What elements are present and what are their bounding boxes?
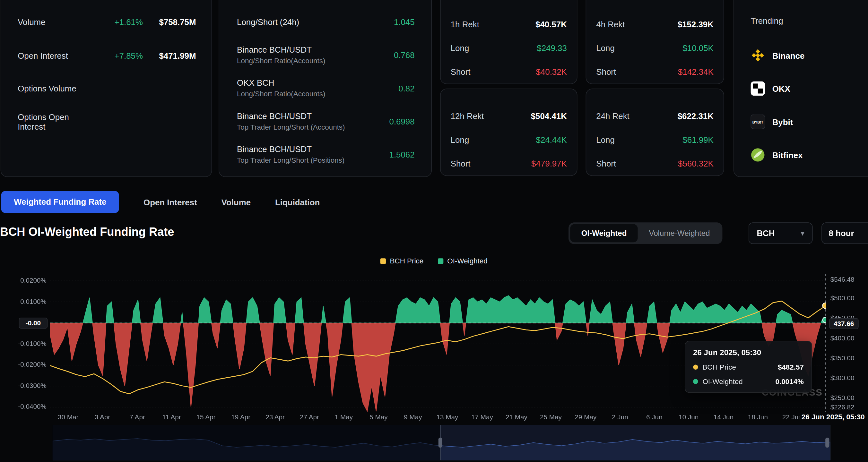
ratio-row: Binance BCH/USDT Top Trader Long/Short (… — [237, 110, 415, 132]
tooltip-value: $482.57 — [778, 363, 804, 371]
stat-value: $471.99M — [143, 51, 196, 60]
tab-weighted-funding-rate[interactable]: Weighted Funding Rate — [1, 191, 119, 213]
ratio-subtitle: Top Trader Long/Short (Positions) — [237, 156, 344, 165]
toggle-volume-weighted[interactable]: Volume-Weighted — [638, 224, 721, 242]
x-axis-tick: 21 May — [499, 413, 533, 421]
rekt-period: 12h Rekt — [451, 111, 531, 120]
x-axis-tick: 30 Mar — [51, 413, 85, 421]
trending-item-bybit[interactable]: BYB!T Bybit — [750, 114, 793, 129]
legend-label: OI-Weighted — [447, 257, 487, 265]
chart-tooltip: 26 Jun 2025, 05:30 BCH Price $482.57 OI-… — [685, 341, 812, 393]
rekt-short-label: Short — [596, 159, 678, 168]
rekt-short-label: Short — [451, 67, 536, 76]
trending-title: Trending — [750, 16, 783, 25]
coinglass-funding-page: Volume +1.61% $758.75M Open Interest +7.… — [0, 0, 868, 462]
x-axis-tick: 1 May — [327, 413, 361, 421]
rekt-card-24h: 24h Rekt$622.31K Long$61.99K Short$560.3… — [586, 89, 724, 176]
ratio-row: Binance BCH/USDT Top Trader Long/Short (… — [237, 143, 415, 166]
rekt-card-12h: 12h Rekt$504.41K Long$24.44K Short$479.9… — [440, 89, 578, 176]
tooltip-row: OI-Weighted 0.0014% — [693, 377, 804, 386]
symbol-select[interactable]: BCH ▾ — [749, 222, 813, 244]
right-axis-tick: $400.00 — [831, 334, 855, 342]
x-axis-tick: 17 May — [465, 413, 499, 421]
rekt-period: 24h Rekt — [596, 111, 677, 120]
tab-open-interest[interactable]: Open Interest — [144, 197, 197, 207]
right-axis-tick: $500.00 — [831, 294, 855, 302]
left-axis-tick: -0.0100% — [0, 340, 46, 348]
navigator-selected-region[interactable] — [440, 425, 831, 460]
right-axis-tick: $546.48 — [831, 275, 855, 283]
zero-line-badge-right: 437.66 — [829, 318, 858, 329]
rekt-short-value: $142.34K — [678, 67, 714, 76]
tooltip-label: BCH Price — [702, 363, 736, 371]
trending-exchange-name: OKX — [772, 84, 790, 93]
left-axis-tick: -0.0200% — [0, 361, 46, 368]
interval-select[interactable]: 8 hour — [822, 222, 868, 244]
rekt-long-value: $249.33 — [537, 43, 567, 52]
rekt-long-label: Long — [451, 135, 536, 144]
stat-row-options-volume: Options Volume — [18, 82, 196, 93]
navigator-left-handle[interactable] — [438, 438, 442, 448]
svg-text:BYB!T: BYB!T — [752, 120, 763, 124]
rekt-long-value: $61.99K — [682, 135, 713, 144]
right-axis-tick: $300.00 — [831, 374, 855, 382]
okx-icon — [750, 81, 765, 96]
ratio-subtitle: Long/Short Ratio(Accounts) — [237, 57, 325, 65]
rekt-long-label: Long — [451, 43, 537, 52]
ratio-title: Long/Short (24h) — [237, 16, 299, 27]
market-stats-panel: Volume +1.61% $758.75M Open Interest +7.… — [1, 0, 212, 177]
ratio-value: 1.5062 — [390, 150, 415, 159]
trending-item-okx[interactable]: OKX — [750, 81, 790, 96]
stat-label: Open Interest — [18, 51, 93, 60]
ratio-row: OKX BCH Long/Short Ratio(Accounts) 0.82 — [237, 77, 415, 99]
rekt-long-value: $10.05K — [682, 43, 713, 52]
legend-bch-price[interactable]: BCH Price — [380, 257, 424, 265]
bybit-icon: BYB!T — [750, 114, 765, 129]
tooltip-dot-funding — [693, 379, 698, 384]
stat-change: +7.85% — [93, 51, 143, 60]
x-axis-tick: 3 Apr — [85, 413, 120, 421]
left-axis-tick: 0.0100% — [0, 298, 46, 305]
ratio-row: Long/Short (24h) 1.045 — [237, 16, 415, 27]
x-axis-tick: 23 Apr — [258, 413, 292, 421]
chart-navigator[interactable] — [53, 425, 831, 460]
ratio-subtitle: Top Trader Long/Short (Accounts) — [237, 123, 345, 132]
left-axis-tick: -0.0400% — [0, 403, 46, 410]
legend-oi-weighted[interactable]: OI-Weighted — [438, 257, 488, 265]
rekt-short-label: Short — [596, 67, 678, 76]
x-axis-tick: 5 May — [362, 413, 396, 421]
rekt-long-value: $24.44K — [536, 135, 566, 144]
legend-swatch-yellow — [380, 258, 386, 263]
stat-value: $758.75M — [143, 17, 196, 26]
stat-label: Options Open Interest — [18, 112, 93, 131]
x-axis-tick: 19 Apr — [224, 413, 258, 421]
x-axis-tick: 14 Jun — [706, 413, 741, 421]
rekt-short-label: Short — [451, 159, 531, 168]
stat-row-volume: Volume +1.61% $758.75M — [18, 16, 196, 27]
tooltip-value: 0.0014% — [775, 377, 804, 386]
x-axis-tick: 27 Apr — [292, 413, 327, 421]
stat-change: +1.61% — [93, 17, 143, 26]
navigator-right-handle[interactable] — [825, 438, 829, 448]
interval-select-value: 8 hour — [829, 228, 854, 238]
tooltip-label: OI-Weighted — [702, 377, 743, 386]
x-axis-tick: 25 May — [533, 413, 568, 421]
x-axis-tick: 6 Jun — [637, 413, 672, 421]
ratio-title: Binance BCH/USDT — [237, 144, 344, 154]
long-short-ratio-panel: Long/Short (24h) 1.045 Binance BCH/USDT … — [219, 0, 432, 177]
tooltip-dot-price — [693, 364, 698, 370]
rekt-long-label: Long — [596, 135, 682, 144]
crosshair-date-label: 26 Jun 2025, 05:30 — [799, 412, 867, 422]
trending-item-binance[interactable]: Binance — [750, 48, 804, 63]
ratio-row: Binance BCH/USDT Long/Short Ratio(Accoun… — [237, 44, 415, 66]
rekt-period: 4h Rekt — [596, 19, 677, 28]
rekt-card-1h: 1h Rekt$40.57K Long$249.33 Short$40.32K — [440, 0, 578, 84]
tab-volume[interactable]: Volume — [221, 197, 251, 207]
x-axis-tick: 7 Apr — [120, 413, 154, 421]
navigator-unselected-region[interactable] — [53, 425, 440, 460]
toggle-oi-weighted[interactable]: OI-Weighted — [570, 224, 638, 242]
weighting-toggle: OI-Weighted Volume-Weighted — [568, 222, 722, 244]
trending-item-bitfinex[interactable]: Bitfinex — [750, 147, 803, 162]
tab-liquidation[interactable]: Liquidation — [275, 197, 320, 207]
chart-tabs: Weighted Funding Rate Open Interest Volu… — [1, 191, 320, 213]
